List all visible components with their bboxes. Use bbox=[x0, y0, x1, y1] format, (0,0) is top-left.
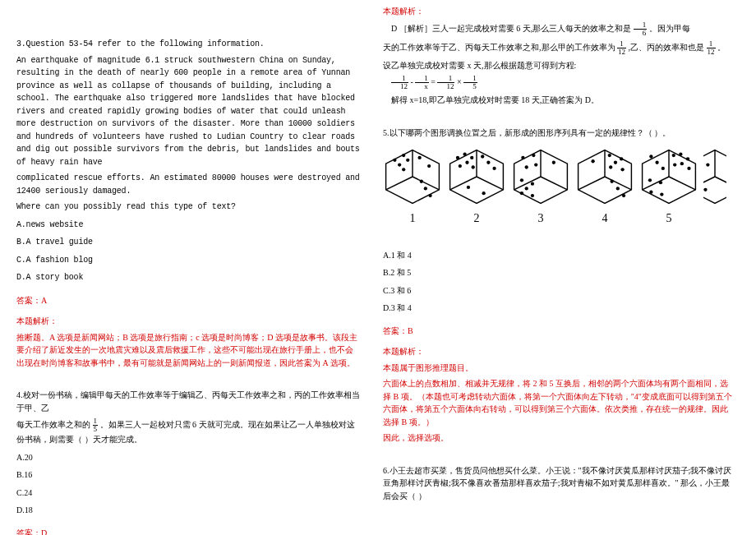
t: D ［解析］三人一起完成校对需要 6 天,那么三人每天的效率之和是 bbox=[391, 23, 631, 32]
q4-expl-label: 本题解析： bbox=[383, 5, 735, 18]
svg-point-25 bbox=[486, 161, 490, 164]
svg-point-33 bbox=[521, 156, 524, 159]
svg-point-34 bbox=[532, 154, 535, 157]
svg-point-39 bbox=[531, 182, 534, 185]
q4-expl-line1: D ［解析］三人一起完成校对需要 6 天,那么三人每天的效率之和是 16 。因为… bbox=[383, 21, 735, 37]
svg-point-54 bbox=[616, 187, 620, 190]
svg-point-48 bbox=[608, 154, 611, 157]
t: 。因为甲每 bbox=[649, 23, 690, 32]
q5-expl-label: 本题解析： bbox=[383, 345, 735, 358]
left-column: 3.Question 53-54 refer to the following … bbox=[0, 0, 370, 535]
q5-answer: 答案：B bbox=[383, 325, 735, 338]
svg-point-21 bbox=[459, 164, 462, 168]
q5-option-c: C.3 和 6 bbox=[383, 284, 735, 297]
svg-point-13 bbox=[428, 194, 431, 197]
svg-point-9 bbox=[417, 156, 421, 159]
q4-option-a: A.20 bbox=[16, 451, 360, 464]
dice-icon bbox=[511, 147, 570, 206]
svg-point-53 bbox=[610, 180, 613, 183]
svg-point-64 bbox=[679, 152, 682, 155]
svg-point-26 bbox=[492, 167, 496, 170]
dice-icon bbox=[703, 147, 726, 206]
svg-point-12 bbox=[424, 187, 427, 190]
svg-point-36 bbox=[534, 163, 537, 166]
q4-expl-line4: 解得 x=18,即乙单独完成校对时需要 18 天,正确答案为 D。 bbox=[383, 94, 735, 107]
svg-point-19 bbox=[463, 152, 466, 155]
q3-option-b: B.A travel guide bbox=[16, 236, 360, 249]
svg-point-50 bbox=[614, 161, 617, 164]
dice-5: 5 bbox=[639, 147, 698, 228]
svg-point-20 bbox=[470, 156, 473, 159]
dice-1: 1 bbox=[383, 147, 442, 228]
dice-icon bbox=[575, 147, 634, 206]
frac-1-12d: 112 bbox=[437, 75, 454, 90]
svg-point-60 bbox=[649, 155, 652, 158]
dice-6 bbox=[703, 147, 726, 228]
dice-label-3: 3 bbox=[538, 210, 544, 228]
svg-point-23 bbox=[472, 165, 475, 168]
q3-passage: An earthquake of magnitude 6.1 struck so… bbox=[16, 54, 360, 169]
q3-passage2: complicated rescue efforts. An estimated… bbox=[16, 172, 360, 197]
svg-point-55 bbox=[622, 194, 625, 197]
frac-1-x: 1x bbox=[415, 75, 429, 90]
q4-expl-line2: 天的工作效率等于乙、丙每天工作效率之和,那么甲的工作效率为 112 ,乙、丙的效… bbox=[383, 40, 735, 56]
q3-question: Where can you possibly read this type of… bbox=[16, 201, 360, 214]
svg-point-7 bbox=[406, 159, 409, 162]
q6-stem: 6.小王去超市买菜，售货员问他想买什么菜。小王说："我不像讨厌黄瓜那样讨厌茄子;… bbox=[383, 464, 735, 503]
q4-option-c: C.24 bbox=[16, 487, 360, 500]
svg-point-38 bbox=[520, 178, 523, 182]
t: × bbox=[457, 77, 463, 86]
q3-option-c: C.A fashion blog bbox=[16, 254, 360, 267]
dice-label-5: 5 bbox=[666, 210, 672, 228]
svg-point-65 bbox=[686, 157, 689, 160]
frac-den: 5 bbox=[93, 426, 99, 433]
svg-point-80 bbox=[703, 188, 707, 191]
svg-point-42 bbox=[531, 194, 534, 197]
q4-stem-2: 每天工作效率之和的 1 5 。如果三人一起校对只需 6 天就可完成。现在如果让乙… bbox=[16, 417, 360, 446]
svg-point-71 bbox=[649, 191, 652, 194]
svg-point-69 bbox=[648, 178, 652, 182]
svg-point-4 bbox=[393, 159, 396, 162]
q3-lead: 3.Question 53-54 refer to the following … bbox=[16, 38, 360, 51]
q4-stem-1: 4.校对一份书稿，编辑甲每天的工作效率等于编辑乙、丙每天工作效率之和，丙的工作效… bbox=[16, 389, 360, 414]
t: ,乙、丙的效率和也是 bbox=[629, 42, 705, 51]
t: 天的工作效率等于乙、丙每天工作效率之和,那么甲的工作效率为 bbox=[383, 42, 615, 51]
q4-fraction: 1 5 bbox=[93, 417, 99, 433]
dice-label-4: 4 bbox=[602, 210, 608, 228]
dice-icon bbox=[447, 147, 506, 206]
t: = bbox=[431, 77, 437, 86]
q3-option-a: A.news website bbox=[16, 219, 360, 232]
q4-stem-2a: 每天工作效率之和的 bbox=[16, 420, 90, 429]
frac-1-12c: 112 bbox=[391, 75, 408, 90]
svg-point-72 bbox=[660, 192, 663, 196]
svg-point-51 bbox=[609, 165, 612, 168]
svg-point-8 bbox=[402, 168, 405, 171]
svg-point-35 bbox=[525, 165, 528, 168]
q5-expl-3: 因此，选择选项。 bbox=[383, 431, 735, 445]
svg-point-10 bbox=[427, 164, 431, 168]
svg-point-66 bbox=[673, 163, 676, 166]
q3-option-d: D.A story book bbox=[16, 271, 360, 284]
q3-expl: 推断题。A 选项是新闻网站；B 选项是旅行指南；c 选项是时尚博客；D 选项是故… bbox=[16, 331, 360, 370]
q5-expl-1: 本题属于图形推理题目。 bbox=[383, 362, 735, 375]
right-column: 本题解析： D ［解析］三人一起完成校对需要 6 天,那么三人每天的效率之和是 … bbox=[370, 0, 740, 535]
svg-point-5 bbox=[402, 154, 405, 157]
q5-option-d: D.3 和 4 bbox=[383, 302, 735, 315]
dice-3: 3 bbox=[511, 147, 570, 228]
t: 。 bbox=[717, 42, 726, 51]
q3-answer: 答案：A bbox=[16, 294, 360, 307]
svg-point-62 bbox=[662, 167, 665, 170]
svg-point-52 bbox=[620, 168, 624, 171]
dice-row: 1 2 bbox=[383, 147, 735, 228]
dice-label-1: 1 bbox=[410, 210, 416, 228]
q4-answer: 答案：D bbox=[16, 527, 360, 536]
svg-point-70 bbox=[659, 181, 662, 184]
dice-icon bbox=[383, 147, 442, 206]
frac-1-12b: 112 bbox=[707, 40, 716, 56]
dice-icon bbox=[639, 147, 698, 206]
svg-point-6 bbox=[398, 163, 401, 166]
frac-1-12: 112 bbox=[617, 40, 626, 56]
svg-point-22 bbox=[465, 161, 468, 164]
svg-point-47 bbox=[591, 159, 594, 163]
svg-point-49 bbox=[620, 157, 623, 160]
